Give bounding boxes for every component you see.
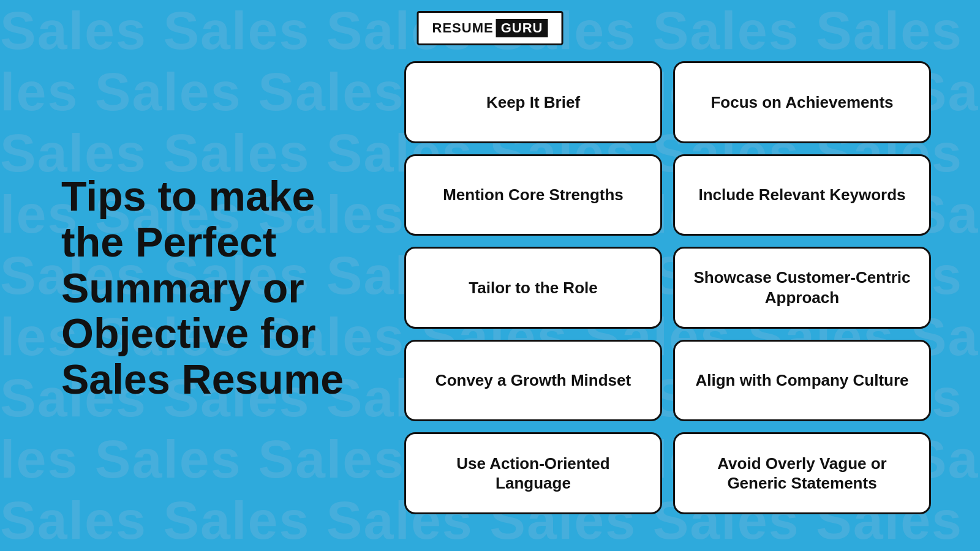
- tip-card-mention-core-strengths: Mention Core Strengths: [404, 154, 662, 236]
- tip-card-use-action-oriented-language: Use Action-Oriented Language: [404, 432, 662, 514]
- left-panel: Tips to make the Perfect Summary or Obje…: [24, 161, 392, 414]
- tip-card-align-with-company-culture: Align with Company Culture: [673, 340, 931, 422]
- tip-card-keep-it-brief: Keep It Brief: [404, 61, 662, 143]
- main-content: Tips to make the Perfect Summary or Obje…: [0, 0, 980, 551]
- tip-card-showcase-customer-centric: Showcase Customer-Centric Approach: [673, 247, 931, 329]
- tip-card-include-relevant-keywords: Include Relevant Keywords: [673, 154, 931, 236]
- logo-guru-text: GURU: [496, 19, 548, 37]
- page-title: Tips to make the Perfect Summary or Obje…: [61, 173, 368, 402]
- tip-card-convey-growth-mindset: Convey a Growth Mindset: [404, 340, 662, 422]
- logo-resume-text: RESUME: [432, 20, 494, 36]
- logo: RESUME GURU: [417, 11, 564, 45]
- tips-grid: Keep It Brief Focus on Achievements Ment…: [392, 55, 956, 520]
- tip-card-tailor-to-role: Tailor to the Role: [404, 247, 662, 329]
- tip-card-focus-on-achievements: Focus on Achievements: [673, 61, 931, 143]
- tip-card-avoid-overly-vague: Avoid Overly Vague or Generic Statements: [673, 432, 931, 514]
